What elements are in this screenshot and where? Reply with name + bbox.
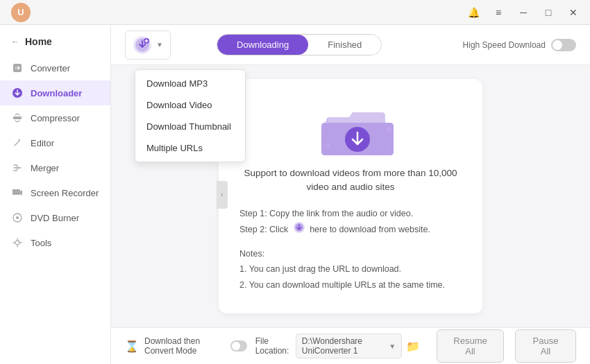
sidebar-item-downloader[interactable]: Downloader — [0, 80, 110, 105]
tab-group: Downloading Finished — [217, 34, 382, 55]
step2-text: Step 2: Click here to download from webs… — [239, 221, 462, 239]
clock-icon: ⌛ — [125, 340, 139, 353]
downloader-logo-icon — [133, 35, 152, 55]
open-folder-button[interactable]: 📁 — [406, 340, 420, 353]
menu-button[interactable]: ≡ — [487, 3, 509, 22]
folder-illustration: + + — [316, 100, 385, 155]
dropdown-menu: Download MP3 Download Video Download Thu… — [135, 69, 246, 162]
high-speed-toggle[interactable] — [551, 39, 576, 51]
convert-mode-label: Download then Convert Mode — [144, 336, 225, 356]
file-location-label: File Location: — [255, 336, 292, 356]
file-path-box: D:\Wondershare UniConverter 1 ▼ — [296, 333, 402, 358]
svg-point-5 — [16, 216, 19, 219]
sidebar-home[interactable]: ← Home — [0, 31, 110, 55]
sidebar-collapse-button[interactable]: ‹ — [217, 181, 228, 209]
compressor-label: Compressor — [31, 113, 80, 123]
tab-finished[interactable]: Finished — [308, 35, 381, 55]
downloader-icon — [11, 87, 24, 99]
svg-text:+: + — [324, 116, 330, 127]
back-arrow-icon: ← — [11, 37, 19, 46]
sidebar-item-converter[interactable]: Converter — [0, 55, 110, 80]
path-dropdown-icon: ▼ — [389, 343, 396, 350]
editor-label: Editor — [31, 138, 54, 148]
svg-point-12 — [386, 126, 391, 132]
app-body: ← Home Converter Downloader — [0, 25, 590, 364]
card-title: Support to download videos from more tha… — [239, 166, 462, 195]
pause-all-button[interactable]: Pause All — [515, 329, 576, 363]
file-path-text: D:\Wondershare UniConverter 1 — [302, 336, 386, 356]
svg-point-6 — [15, 241, 19, 245]
editor-icon — [11, 137, 24, 149]
dvd-burner-label: DVD Burner — [31, 213, 79, 223]
titlebar: U 🔔 ≡ ─ □ ✕ — [0, 0, 590, 25]
converter-label: Converter — [31, 63, 70, 73]
notification-button[interactable]: 🔔 — [462, 3, 484, 22]
screen-recorder-icon — [11, 187, 24, 199]
sidebar-item-compressor[interactable]: Compressor — [0, 105, 110, 130]
bottombar: ⌛ Download then Convert Mode File Locati… — [111, 327, 590, 364]
tab-downloading[interactable]: Downloading — [217, 35, 308, 55]
converter-icon — [11, 62, 24, 74]
svg-rect-3 — [12, 189, 20, 195]
note1: 1. You can just drag the URL to download… — [239, 261, 462, 277]
sidebar-item-dvd-burner[interactable]: DVD Burner — [0, 205, 110, 230]
notes-title: Notes: — [239, 246, 462, 262]
downloader-mode-button[interactable]: ▼ — [125, 31, 171, 60]
dropdown-item-mp3[interactable]: Download MP3 — [135, 73, 245, 94]
compressor-icon — [11, 112, 24, 124]
screen-recorder-label: Screen Recorder — [31, 188, 99, 198]
notes-section: Notes: 1. You can just drag the URL to d… — [239, 246, 462, 293]
card-steps: Step 1: Copy the link from the audio or … — [239, 206, 462, 239]
sidebar-item-merger[interactable]: Merger — [0, 155, 110, 180]
dropdown-item-multiple[interactable]: Multiple URLs — [135, 137, 245, 159]
sidebar-item-tools[interactable]: Tools — [0, 230, 110, 255]
tools-label: Tools — [31, 238, 51, 248]
folder-svg: + + — [316, 100, 399, 162]
resume-all-button[interactable]: Resume All — [437, 329, 504, 363]
speed-toggle-area: High Speed Download — [463, 39, 576, 51]
download-card: + + Support to download videos from more… — [219, 79, 482, 313]
dropdown-item-video[interactable]: Download Video — [135, 94, 245, 116]
main-content: ▼ Download MP3 Download Video Download T… — [111, 25, 590, 364]
close-button[interactable]: ✕ — [562, 3, 584, 22]
dvd-burner-icon — [11, 211, 24, 224]
high-speed-label: High Speed Download — [463, 40, 546, 50]
step2-pre: Step 2: Click — [239, 225, 288, 234]
maximize-button[interactable]: □ — [537, 3, 559, 22]
convert-mode-toggle[interactable] — [230, 340, 246, 352]
merger-label: Merger — [31, 163, 59, 173]
topbar: ▼ Download MP3 Download Video Download T… — [111, 25, 590, 65]
svg-rect-2 — [13, 116, 22, 119]
tools-icon — [11, 236, 24, 249]
user-avatar-icon: U — [11, 3, 31, 22]
merger-icon — [11, 162, 24, 174]
step2-post: here to download from website. — [310, 225, 430, 234]
convert-mode-area: ⌛ Download then Convert Mode — [125, 336, 247, 356]
home-label: Home — [25, 36, 52, 47]
sidebar: ← Home Converter Downloader — [0, 25, 111, 364]
dropdown-item-thumbnail[interactable]: Download Thumbnail — [135, 116, 245, 137]
svg-text:+: + — [385, 144, 390, 154]
step1-text: Step 1: Copy the link from the audio or … — [239, 206, 462, 222]
downloader-label: Downloader — [31, 88, 82, 98]
note2: 2. You can download multiple URLs at the… — [239, 277, 462, 293]
minimize-button[interactable]: ─ — [512, 3, 534, 22]
step2-icon — [293, 221, 305, 234]
sidebar-item-screen-recorder[interactable]: Screen Recorder — [0, 180, 110, 205]
sidebar-item-editor[interactable]: Editor — [0, 130, 110, 155]
file-location-area: File Location: D:\Wondershare UniConvert… — [255, 333, 420, 358]
chevron-down-icon: ▼ — [156, 41, 163, 49]
svg-point-11 — [326, 143, 330, 147]
